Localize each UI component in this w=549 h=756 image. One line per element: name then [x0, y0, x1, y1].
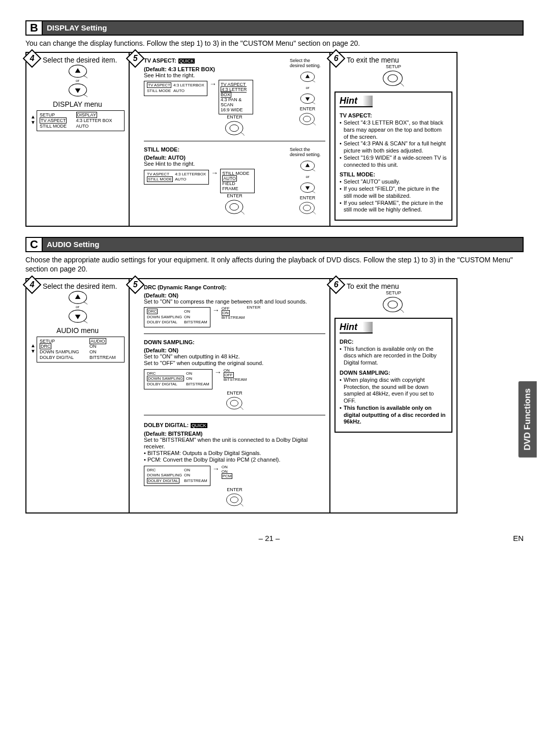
hint-ds-list: When playing disc with copyright Protect…: [340, 377, 447, 426]
up-arrow-icon: [300, 71, 315, 82]
ds-default: (Default: ON): [144, 347, 325, 353]
section-title-b: DISPLAY Setting: [43, 21, 523, 35]
b-step6: 6 To exit the menu SETUP Hint TV ASPECT:…: [330, 52, 458, 227]
c-step6: 6 To exit the menu SETUP Hint DRC: This …: [330, 278, 458, 513]
setup-dial-icon: [382, 70, 405, 86]
tri-up-icon: ▲▼: [30, 114, 36, 125]
up-arrow-icon: [68, 64, 87, 78]
b-step4-inst: Select the desired item.: [43, 56, 125, 64]
right-arrow-icon: →: [212, 306, 220, 314]
down-arrow-icon: [300, 93, 315, 104]
enter-dial-icon: [226, 397, 244, 410]
c-step6-inst: To exit the menu: [347, 282, 452, 290]
hint-drc-list: This function is available only on the d…: [340, 346, 447, 367]
dd-head: DOLBY DIGITAL:: [144, 422, 189, 428]
b-step5: 5 TV ASPECT: QUICK (Default: 4:3 LETTER …: [130, 52, 330, 227]
hint-still-mode-hdr: STILL MODE:: [340, 171, 447, 177]
drc-screen: DRCON DOWN SAMPLINGON DOLBY DIGITALBITST…: [144, 307, 210, 327]
quick-badge: QUICK: [178, 58, 195, 64]
dd-desc1: Set to "BITSTREAM" when the unit is conn…: [144, 437, 325, 450]
section-b-intro: You can change the display functions. Fo…: [25, 39, 524, 48]
drc-default: (Default: ON): [144, 292, 325, 298]
c-step4: 4 Select the desired item. or AUDIO menu…: [25, 278, 130, 513]
tv-aspect-head: TV ASPECT:: [144, 57, 176, 64]
dd-desc2: • BITSTREAM: Outputs a Dolby Digital Sig…: [144, 450, 325, 457]
hint-header: Hint: [340, 322, 373, 334]
b-display-menu-screen: SETUPDISPLAY TV ASPECT4:3 LETTER BOX STI…: [37, 110, 125, 131]
c-step5: 5 DRC (Dynamic Range Control): (Default:…: [130, 278, 330, 513]
dd-default: (Default: BITSTREAM): [144, 431, 325, 437]
hint-tv-aspect-hdr: TV ASPECT:: [340, 112, 447, 118]
right-arrow-icon: →: [212, 465, 220, 473]
dd-desc3: • PCM: Convert the Dolby Digital into PC…: [144, 457, 325, 463]
dd-opts: ON ON PCM: [222, 465, 233, 478]
hint-still-mode-list: Select "AUTO" usually. If you select "FI…: [340, 178, 447, 214]
enter-dial-icon: [299, 112, 316, 126]
enter-dial-icon: [225, 120, 245, 136]
setup-label: SETUP: [334, 290, 452, 295]
enter-dial-icon: [299, 201, 316, 215]
enter-label: ENTER: [227, 114, 242, 119]
right-arrow-icon: →: [211, 169, 218, 177]
b-step4: 4 Select the desired item. or DISPLAY me…: [25, 52, 130, 227]
section-c-steps: 4 Select the desired item. or AUDIO menu…: [25, 278, 524, 513]
section-c-intro: Choose the appropriate audio settings fo…: [25, 255, 524, 274]
b-step6-inst: To exit the menu: [347, 56, 452, 64]
ds-desc2: Set to "OFF" when outputting the origina…: [144, 360, 325, 367]
dd-screen: DRCON DOWN SAMPLINGON DOLBY DIGITALBITST…: [144, 466, 210, 486]
c-hint-box: Hint DRC: This function is available onl…: [334, 318, 452, 433]
drc-opts: OFF ON BITSTREAM: [222, 306, 245, 320]
ds-desc1: Set to "ON" when outputting in 48 kHz.: [144, 353, 325, 360]
lang-code: EN: [513, 534, 524, 542]
down-arrow-icon: [68, 309, 87, 323]
tv-aspect-options: TV ASPECT 4:3 LETTER BOX 4:3 PAN & SCAN …: [219, 80, 253, 114]
ds-head: DOWN SAMPLING:: [144, 339, 325, 345]
down-arrow-icon: [68, 83, 87, 97]
drc-desc: Set to "ON" to compress the range betwee…: [144, 298, 325, 305]
down-arrow-icon: [300, 182, 315, 193]
c-audio-menu-title: AUDIO menu: [30, 326, 125, 335]
b-hint-box: Hint TV ASPECT: Select "4:3 LETTER BOX",…: [334, 92, 452, 221]
c-step4-inst: Select the desired item.: [43, 282, 125, 290]
enter-dial-icon: [225, 199, 245, 215]
section-letter-b: B: [26, 21, 43, 35]
still-mode-screen: TV ASPECT4:3 LETTERBOX STILL MODEAUTO: [144, 170, 209, 185]
still-mode-options: STILL MODE AUTO FIELD FRAME: [220, 169, 255, 193]
setup-dial-icon: [382, 296, 405, 313]
ds-opts: ON OFF BITSTREAM: [224, 368, 247, 382]
ds-screen: DRCON DOWN SAMPLINGON DOLBY DIGITALBITST…: [144, 369, 212, 389]
side-tab: DVD Functions: [518, 381, 537, 458]
section-b-header: B DISPLAY Setting: [25, 20, 524, 36]
section-c-header: C AUDIO Setting: [25, 237, 524, 252]
right-arrow-icon: →: [215, 368, 222, 376]
page-footer: – 21 – EN: [25, 534, 524, 542]
b-display-menu-title: DISPLAY menu: [30, 100, 125, 108]
section-title-c: AUDIO Setting: [43, 238, 523, 251]
section-letter-c: C: [26, 238, 43, 251]
enter-dial-icon: [226, 493, 244, 506]
hint-ds-hdr: DOWN SAMPLING:: [340, 370, 447, 376]
quick-badge: QUICK: [191, 423, 207, 428]
up-arrow-icon: [68, 290, 87, 305]
up-arrow-icon: [300, 160, 315, 171]
tv-aspect-screen: TV ASPECT4:3 LETTERBOX STILL MODEAUTO: [144, 81, 207, 96]
page-number: – 21 –: [25, 534, 513, 542]
right-arrow-icon: →: [209, 80, 217, 88]
c-audio-menu-screen: SETUPAUDIO DRCON DOWN SAMPLINGON DOLBY D…: [37, 337, 125, 362]
section-b-steps: 4 Select the desired item. or DISPLAY me…: [25, 52, 524, 227]
or-text: or: [76, 78, 79, 83]
drc-head: DRC (Dynamic Range Control):: [144, 284, 325, 290]
setup-label: SETUP: [334, 64, 452, 69]
select-setting-text: Select the desired setting.: [290, 58, 325, 68]
hint-drc-hdr: DRC:: [340, 339, 447, 345]
hint-tv-aspect-list: Select "4:3 LETTER BOX", so that black b…: [340, 119, 447, 168]
hint-ds-bold: This function is available only on digit…: [344, 405, 447, 426]
tri-icon: ▲▼: [30, 343, 36, 354]
hint-header: Hint: [340, 96, 373, 107]
